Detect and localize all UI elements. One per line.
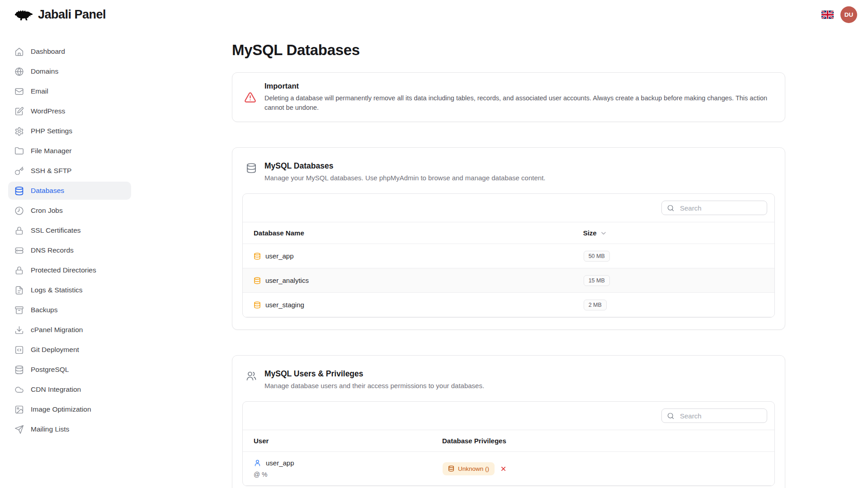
sidebar-item-label: WordPress <box>31 107 65 115</box>
database-row[interactable]: user_analytics 15 MB <box>243 268 774 293</box>
sidebar-item-label: DNS Records <box>31 246 74 254</box>
column-header-user: User <box>243 430 442 452</box>
sidebar-item-cpanel-migration[interactable]: cPanel Migration <box>8 321 131 339</box>
image-icon <box>14 405 24 414</box>
sidebar-item-ssl-certificates[interactable]: SSL Certificates <box>8 221 131 239</box>
sidebar-item-email[interactable]: Email <box>8 82 131 100</box>
database-icon <box>448 465 454 472</box>
notice-body: Deleting a database will permanently rem… <box>264 94 771 113</box>
globe-icon <box>14 67 24 76</box>
database-row[interactable]: user_app 50 MB <box>243 244 774 268</box>
database-icon <box>246 163 257 174</box>
sidebar-item-ssh-sftp[interactable]: SSH & SFTP <box>8 162 131 180</box>
database-size-badge: 2 MB <box>584 300 607 310</box>
sidebar-item-php-settings[interactable]: PHP Settings <box>8 122 131 140</box>
lock-icon <box>14 266 24 275</box>
sidebar-item-label: SSH & SFTP <box>31 167 71 175</box>
file-text-icon <box>14 286 24 295</box>
column-header-privileges: Database Privileges <box>442 430 774 452</box>
sidebar-item-label: CDN Integration <box>31 385 81 394</box>
sidebar-nav: Dashboard Domains Email WordPress PHP Se… <box>0 29 136 449</box>
database-name: user_staging <box>265 301 304 309</box>
notice-title: Important <box>264 82 771 90</box>
sidebar-item-databases[interactable]: Databases <box>8 182 131 200</box>
sidebar-item-domains[interactable]: Domains <box>8 62 131 80</box>
notice-content: Important Deleting a database will perma… <box>264 82 771 113</box>
sidebar-item-cron-jobs[interactable]: Cron Jobs <box>8 202 131 220</box>
sidebar-item-postgresql[interactable]: PostgreSQL <box>8 361 131 379</box>
search-icon <box>667 412 675 420</box>
archive-icon <box>14 305 24 315</box>
search-icon <box>667 204 675 212</box>
uk-flag-icon <box>821 10 834 19</box>
home-icon <box>14 47 24 56</box>
databases-searchbox <box>661 201 767 215</box>
code-icon <box>14 345 24 355</box>
sidebar-item-logs-statistics[interactable]: Logs & Statistics <box>8 281 131 299</box>
sidebar-item-mailing-lists[interactable]: Mailing Lists <box>8 420 131 438</box>
privilege-badge: Unknown () <box>443 462 495 475</box>
databases-card-heading: MySQL Databases Manage your MySQL databa… <box>264 161 545 182</box>
folder-icon <box>14 146 24 156</box>
sidebar-item-git-deployment[interactable]: Git Deployment <box>8 341 131 359</box>
important-notice: Important Deleting a database will perma… <box>232 72 785 122</box>
avatar[interactable]: DU <box>840 6 857 23</box>
sidebar-item-label: Image Optimization <box>31 405 91 413</box>
sidebar-item-label: Databases <box>31 187 64 195</box>
database-icon <box>14 186 24 196</box>
database-size-badge: 50 MB <box>584 251 610 262</box>
sidebar-item-label: PHP Settings <box>31 127 72 135</box>
user-name: user_app <box>266 459 294 467</box>
send-icon <box>14 425 24 434</box>
users-card-header: MySQL Users & Privileges Manage database… <box>232 356 785 401</box>
user-icon <box>254 459 261 467</box>
sidebar-item-file-manager[interactable]: File Manager <box>8 142 131 160</box>
database-name: user_analytics <box>265 277 309 284</box>
column-header-database-name: Database Name <box>243 222 583 244</box>
cloud-icon <box>14 385 24 394</box>
databases-card-title: MySQL Databases <box>264 161 545 171</box>
databases-card-header: MySQL Databases Manage your MySQL databa… <box>232 148 785 193</box>
users-search-input[interactable] <box>679 412 762 420</box>
databases-table: Database Name Size <box>243 222 774 317</box>
sidebar-item-image-optimization[interactable]: Image Optimization <box>8 400 131 418</box>
settings-icon <box>14 127 24 136</box>
alert-triangle-icon <box>244 91 256 103</box>
privileges-list: Unknown () <box>443 462 774 475</box>
brand: Jabali Panel <box>14 7 106 22</box>
sidebar-item-label: Dashboard <box>31 47 65 56</box>
users-card-title: MySQL Users & Privileges <box>264 369 484 379</box>
column-header-size-sort[interactable]: Size <box>583 229 607 237</box>
server-icon <box>14 246 24 255</box>
sidebar-item-label: Domains <box>31 67 58 75</box>
databases-search-input[interactable] <box>679 204 762 212</box>
download-icon <box>14 325 24 335</box>
language-switcher[interactable] <box>821 10 834 19</box>
sidebar-item-backups[interactable]: Backups <box>8 301 131 319</box>
sidebar-item-dns-records[interactable]: DNS Records <box>8 241 131 259</box>
sidebar-item-cdn-integration[interactable]: CDN Integration <box>8 380 131 399</box>
mail-icon <box>14 87 24 96</box>
sidebar-item-label: File Manager <box>31 147 71 155</box>
sidebar-item-wordpress[interactable]: WordPress <box>8 102 131 120</box>
sidebar-item-label: cPanel Migration <box>31 326 83 334</box>
brand-name: Jabali Panel <box>38 8 106 22</box>
database-icon <box>14 365 24 375</box>
privilege-label: Unknown () <box>458 465 489 472</box>
users-table: User Database Privileges user_app @ % <box>243 430 774 486</box>
sidebar-item-label: Cron Jobs <box>31 206 63 215</box>
sidebar-item-protected-directories[interactable]: Protected Directories <box>8 261 131 279</box>
chevron-down-icon <box>600 230 607 236</box>
databases-card: MySQL Databases Manage your MySQL databa… <box>232 147 785 330</box>
database-row[interactable]: user_staging 2 MB <box>243 293 774 317</box>
main-content: MySQL Databases Important Deleting a dat… <box>232 29 785 488</box>
sidebar-item-label: Git Deployment <box>31 346 79 354</box>
user-row[interactable]: user_app @ % Unknown () <box>243 452 774 486</box>
sidebar-item-label: Backups <box>31 306 57 314</box>
sidebar-item-dashboard[interactable]: Dashboard <box>8 42 131 61</box>
users-searchbox <box>661 408 767 423</box>
sidebar-item-label: Logs & Statistics <box>31 286 83 294</box>
users-icon <box>246 371 257 381</box>
users-panel: User Database Privileges user_app @ % <box>242 401 775 486</box>
remove-privilege-button[interactable] <box>500 465 507 472</box>
